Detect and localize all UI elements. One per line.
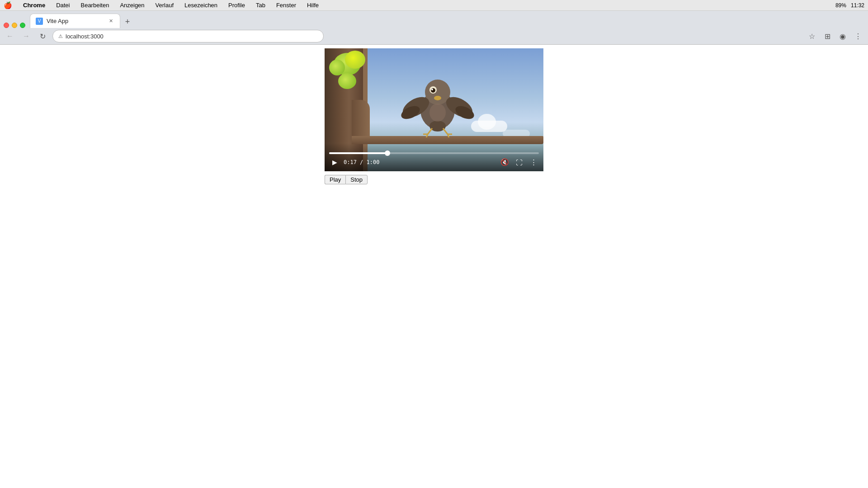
url-text: localhost:3000: [66, 33, 104, 40]
play-pause-button[interactable]: ▶: [329, 157, 340, 168]
battery-indicator: 89%: [835, 2, 846, 9]
bird: [397, 67, 478, 140]
address-bar: ← → ↻ ⚠ localhost:3000 ☆ ⊞ ◉ ⋮: [0, 28, 868, 44]
maximize-window-button[interactable]: [20, 23, 25, 28]
menubar-tab[interactable]: Tab: [254, 1, 267, 9]
menubar-status: 89% 11:32: [835, 2, 864, 9]
svg-line-14: [443, 128, 448, 134]
refresh-icon: ↻: [40, 32, 46, 41]
video-container: ▶ 0:17 / 1:00 🔇 ⛶ ⋮ Play Stop: [325, 48, 543, 184]
traffic-lights: [4, 23, 25, 28]
menubar-profile[interactable]: Profile: [226, 1, 247, 9]
url-bar[interactable]: ⚠ localhost:3000: [52, 30, 324, 42]
svg-point-2: [434, 96, 441, 100]
new-tab-button[interactable]: +: [121, 15, 134, 28]
browser-chrome: V Vite App ✕ + ← → ↻ ⚠ localhost:3000 ☆ …: [0, 11, 868, 45]
menubar-chrome[interactable]: Chrome: [21, 1, 47, 9]
menubar: 🍎 Chrome Datei Bearbeiten Anzeigen Verla…: [0, 0, 868, 11]
svg-point-4: [431, 88, 435, 93]
tab-favicon: V: [36, 18, 43, 25]
menubar-lesezeichen[interactable]: Lesezeichen: [183, 1, 219, 9]
browser-tab[interactable]: V Vite App ✕: [30, 14, 120, 28]
minimize-window-button[interactable]: [12, 23, 17, 28]
page-content: ▶ 0:17 / 1:00 🔇 ⛶ ⋮ Play Stop: [0, 45, 868, 488]
video-buttons: Play Stop: [325, 175, 543, 184]
menubar-verlauf[interactable]: Verlauf: [154, 1, 175, 9]
tab-close-button[interactable]: ✕: [107, 18, 114, 25]
close-window-button[interactable]: [4, 23, 9, 28]
menubar-anzeigen[interactable]: Anzeigen: [118, 1, 146, 9]
menu-button[interactable]: ⋮: [852, 30, 864, 42]
menubar-datei[interactable]: Datei: [54, 1, 71, 9]
leaf-3: [329, 60, 345, 75]
play-button[interactable]: Play: [325, 175, 345, 184]
toolbar-right: ☆ ⊞ ◉ ⋮: [806, 30, 864, 42]
forward-button[interactable]: →: [20, 30, 33, 42]
clock: 11:32: [851, 2, 864, 9]
apple-menu[interactable]: 🍎: [4, 1, 12, 9]
back-icon: ←: [6, 32, 14, 40]
refresh-button[interactable]: ↻: [36, 30, 49, 42]
extensions-button[interactable]: ⊞: [821, 30, 834, 42]
bookmark-button[interactable]: ☆: [806, 30, 818, 42]
stop-button[interactable]: Stop: [345, 175, 368, 184]
leaf-4: [338, 73, 356, 89]
more-options-button[interactable]: ⋮: [528, 157, 539, 168]
controls-row: ▶ 0:17 / 1:00 🔇 ⛶ ⋮: [329, 157, 539, 168]
lock-icon: ⚠: [58, 33, 63, 39]
fullscreen-button[interactable]: ⛶: [514, 157, 524, 168]
tab-title: Vite App: [47, 18, 104, 24]
tab-bar: V Vite App ✕ +: [0, 11, 868, 28]
forward-icon: →: [23, 32, 30, 40]
progress-fill: [329, 152, 388, 154]
leaf-2: [345, 51, 365, 69]
svg-point-10: [429, 121, 446, 131]
back-button[interactable]: ←: [4, 30, 16, 42]
menubar-hilfe[interactable]: Hilfe: [305, 1, 321, 9]
svg-point-17: [429, 103, 446, 122]
progress-bar[interactable]: [329, 152, 539, 154]
svg-point-5: [431, 89, 433, 90]
mute-button[interactable]: 🔇: [499, 157, 510, 168]
menubar-bearbeiten[interactable]: Bearbeiten: [79, 1, 111, 9]
time-display: 0:17 / 1:00: [344, 159, 379, 165]
svg-line-11: [428, 128, 432, 134]
video-controls-overlay: ▶ 0:17 / 1:00 🔇 ⛶ ⋮: [325, 143, 543, 171]
profile-button[interactable]: ◉: [836, 30, 849, 42]
menubar-fenster[interactable]: Fenster: [274, 1, 298, 9]
video-player[interactable]: ▶ 0:17 / 1:00 🔇 ⛶ ⋮: [325, 48, 543, 171]
